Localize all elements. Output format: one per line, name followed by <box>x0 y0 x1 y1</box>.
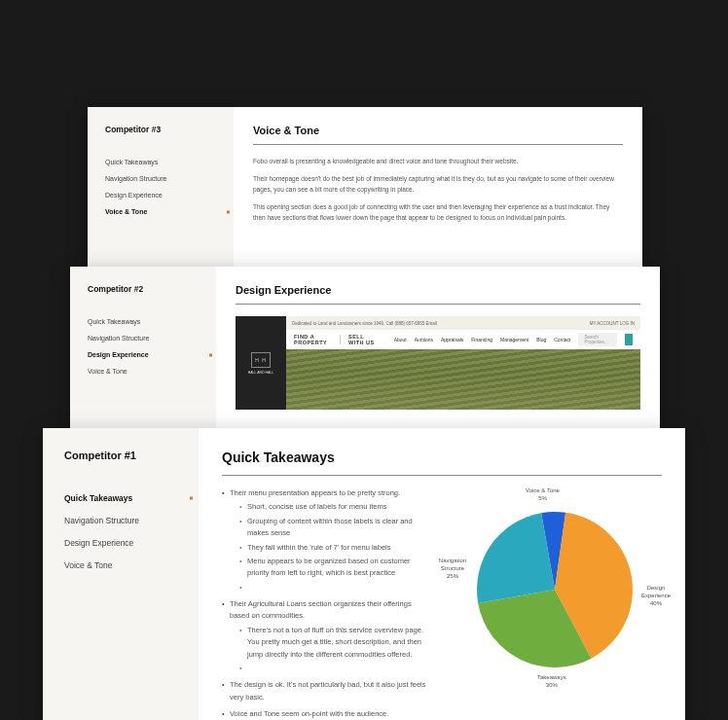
list-item: Their Agricultural Loans section organiz… <box>222 598 428 674</box>
main-content: Quick Takeaways Their menu presentation … <box>199 428 685 720</box>
pie-label-navigation: Navigation Structure 25% <box>428 558 477 580</box>
pie-chart: Voice & Tone 5% Navigation Structure 25%… <box>448 487 662 692</box>
list-item: There's not a ton of fluff on this servi… <box>239 625 428 661</box>
list-item: Short, concise use of labels for menu it… <box>239 501 428 513</box>
competitor-card-1: Competitor #1 Quick Takeaways Navigation… <box>43 428 685 720</box>
sidebar-item-voice-tone[interactable]: Voice & Tone <box>64 558 183 573</box>
website-screenshot: H H HALL AND HALL Dedicated to Land and … <box>236 316 640 410</box>
nav-contact[interactable]: Contact <box>554 337 570 342</box>
bullet-list: Their menu presentation appears to be pr… <box>222 487 428 720</box>
main-content: Voice & Tone Fobo overall is presenting … <box>234 107 642 282</box>
competitor-title: Competitor #2 <box>88 284 202 294</box>
sidebar-item-navigation-structure[interactable]: Navigation Structure <box>64 513 183 528</box>
pie-slice <box>477 513 555 603</box>
divider <box>222 475 662 476</box>
nav-auctions[interactable]: Auctions <box>415 337 433 342</box>
pie-label-voice: Voice & Tone 5% <box>526 487 560 503</box>
list-item: Grouping of content within those labels … <box>239 516 428 540</box>
site-hero-image <box>286 349 640 410</box>
divider <box>236 304 640 305</box>
nav-find-property[interactable]: FIND A PROPERTY <box>294 334 332 345</box>
sidebar-item-voice-tone[interactable]: Voice & Tone <box>88 365 202 378</box>
topbar-right: MY ACCOUNT LOG IN <box>590 321 635 326</box>
nav-financing[interactable]: Financing <box>471 337 492 342</box>
sidebar-item-navigation-structure[interactable]: Navigation Structure <box>88 332 202 344</box>
divider <box>253 144 623 145</box>
sidebar: Competitor #3 Quick Takeaways Navigation… <box>88 107 234 282</box>
pie-label-design: Design Experience 40% <box>633 585 679 607</box>
competitor-title: Competitor #3 <box>105 125 220 134</box>
nav-sell-with-us[interactable]: SELL WITH US <box>348 334 379 345</box>
pie-label-takeaways: Takeaways 30% <box>537 674 566 690</box>
sidebar-item-quick-takeaways[interactable]: Quick Takeaways <box>88 315 202 328</box>
list-item <box>239 582 428 594</box>
list-item: Voice and Tone seem on-point with the au… <box>222 708 428 720</box>
section-title: Voice & Tone <box>253 125 623 136</box>
paragraph: Their homepage doesn't do the best job o… <box>253 174 623 195</box>
paragraph: This opening section does a good job of … <box>253 202 623 223</box>
section-title: Quick Takeaways <box>222 450 662 465</box>
list-item <box>239 663 428 674</box>
list-item: Their menu presentation appears to be pr… <box>222 487 428 594</box>
site-topbar: Dedicated to Land and Landowners since 1… <box>286 316 640 330</box>
nav-management[interactable]: Management <box>500 337 528 342</box>
list-item: Menu appears to be organized based on cu… <box>239 556 428 580</box>
list-item: The design is ok. It's not particularly … <box>222 679 428 703</box>
site-navbar: FIND A PROPERTY SELL WITH US About Aucti… <box>286 330 640 349</box>
sidebar: Competitor #1 Quick Takeaways Navigation… <box>43 428 199 720</box>
topbar-left: Dedicated to Land and Landowners since 1… <box>292 321 437 326</box>
pie-chart-svg <box>448 487 662 692</box>
logo-mark: H H <box>255 357 267 363</box>
nav-about[interactable]: About <box>394 337 407 342</box>
paragraph: Fobo overall is presenting a knowledgeab… <box>253 157 623 166</box>
site-search-input[interactable]: Search Properties... <box>578 333 616 346</box>
nav-blog[interactable]: Blog <box>536 337 546 342</box>
competitor-card-3: Competitor #3 Quick Takeaways Navigation… <box>88 107 642 282</box>
competitor-title: Competitor #1 <box>64 450 183 461</box>
nav-separator <box>340 335 341 344</box>
sidebar-item-design-experience[interactable]: Design Experience <box>88 348 202 361</box>
logo-text: HALL AND HALL <box>248 371 274 375</box>
list-item: They fall within the 'rule of 7' for men… <box>239 542 428 554</box>
sidebar-item-navigation-structure[interactable]: Navigation Structure <box>105 172 220 185</box>
section-title: Design Experience <box>236 284 640 296</box>
sidebar-item-quick-takeaways[interactable]: Quick Takeaways <box>64 490 183 506</box>
sidebar-item-quick-takeaways[interactable]: Quick Takeaways <box>105 156 220 168</box>
sidebar-item-design-experience[interactable]: Design Experience <box>64 535 183 551</box>
sidebar-item-voice-tone[interactable]: Voice & Tone <box>105 205 220 218</box>
sidebar-item-design-experience[interactable]: Design Experience <box>105 189 220 201</box>
search-icon[interactable] <box>625 334 633 345</box>
nav-appraisals[interactable]: Appraisals <box>441 337 463 342</box>
site-logo: H H HALL AND HALL <box>236 316 286 410</box>
